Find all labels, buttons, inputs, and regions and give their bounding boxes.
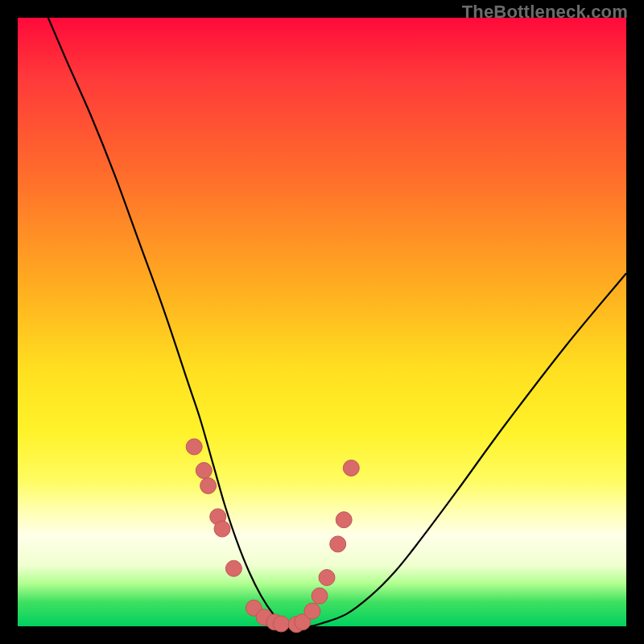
scatter-dot	[336, 512, 352, 528]
scatter-dot	[225, 560, 242, 576]
scatter-dot	[319, 570, 335, 586]
watermark-text: TheBottleneck.com	[462, 2, 628, 23]
chart-overlay	[18, 18, 626, 626]
scatter-dot	[200, 477, 217, 493]
scatter-group	[186, 439, 359, 633]
scatter-dot	[273, 616, 289, 632]
scatter-dot	[186, 439, 202, 455]
scatter-dot	[312, 588, 328, 604]
scatter-dot	[196, 463, 212, 479]
chart-frame	[18, 18, 626, 626]
scatter-dot	[330, 536, 346, 552]
scatter-dot	[214, 521, 230, 537]
scatter-dot	[343, 460, 359, 476]
scatter-dot	[304, 603, 320, 619]
